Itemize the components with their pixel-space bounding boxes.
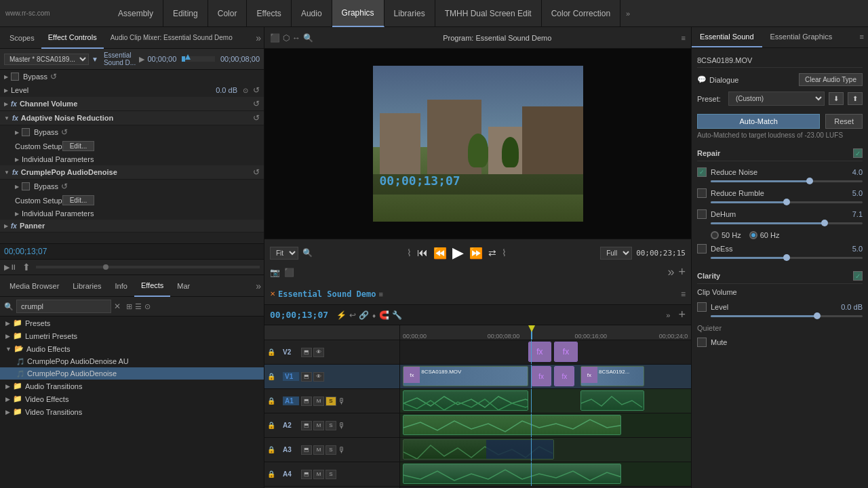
repair-checkbox[interactable]: ✓ xyxy=(853,148,863,158)
v1-clip-main[interactable]: fx 8CSA0189.MOV xyxy=(403,366,528,386)
v1-name[interactable]: V1 xyxy=(283,372,299,381)
tab-scopes[interactable]: Scopes xyxy=(3,27,41,49)
dialogue-btn[interactable]: 💬 Dialogue xyxy=(697,75,738,84)
program-menu-icon[interactable]: ≡ xyxy=(682,34,686,42)
timeline-menu-icon[interactable]: ✕ xyxy=(270,290,275,298)
level-dial[interactable]: ⊙ xyxy=(243,87,248,94)
dehum-checkbox[interactable] xyxy=(697,209,707,219)
search-clear-btn[interactable]: ✕ xyxy=(114,302,121,311)
grid-view-btn[interactable]: ⊞ xyxy=(126,302,132,311)
ec-adaptive-noise[interactable]: ▼ fx Adaptive Noise Reduction ↺ xyxy=(0,111,264,125)
ec-individual-params[interactable]: ▶ Individual Parameters xyxy=(11,153,264,165)
v1-eye-btn[interactable]: 👁 xyxy=(313,372,324,382)
nav-tab-libraries[interactable]: Libraries xyxy=(384,0,435,27)
reset-bypass3[interactable]: ↺ xyxy=(61,182,68,191)
nav-tab-color[interactable]: Color xyxy=(208,0,248,27)
nav-tab-color-correction[interactable]: Color Correction xyxy=(542,0,620,27)
ec-custom-setup2[interactable]: Custom Setup Edit... xyxy=(11,193,264,207)
nav-more-btn[interactable]: » xyxy=(620,9,635,18)
play-fwd-btn[interactable]: ⏩ xyxy=(469,247,483,260)
play-btn[interactable]: ▶ xyxy=(139,55,144,64)
razor-icon[interactable]: ⬧ xyxy=(372,310,376,320)
ec-bypass2-row[interactable]: ▶ Bypass ↺ xyxy=(11,125,264,139)
bypass2-checkbox[interactable] xyxy=(22,128,30,136)
bottom-panel-more[interactable]: » xyxy=(256,281,261,291)
a3-solo-btn[interactable]: S xyxy=(326,445,336,455)
tree-video-transitions[interactable]: ▶ 📁 Video Transitions xyxy=(0,405,264,418)
tree-audio-effects[interactable]: ▼ 📂 Audio Effects xyxy=(0,342,264,355)
fit-select[interactable]: Fit xyxy=(270,247,298,260)
monitor-fit-icon[interactable]: ↔ xyxy=(292,33,300,43)
deess-slider-handle[interactable] xyxy=(783,254,790,261)
snap-icon[interactable]: 🧲 xyxy=(379,310,389,320)
monitor-tools-icon[interactable]: ⬛ xyxy=(270,33,280,43)
ec-panner[interactable]: ▶ fx Panner xyxy=(0,220,264,232)
icon-view-btn[interactable]: ⊙ xyxy=(144,302,151,311)
ec-crumplepop[interactable]: ▼ fx CrumplePop AudioDenoise ↺ xyxy=(0,165,264,180)
a4-solo-btn[interactable]: S xyxy=(326,470,336,479)
tab-essential-graphics[interactable]: Essential Graphics xyxy=(762,27,841,47)
a3-mute-btn[interactable]: M xyxy=(313,445,324,455)
a1-solo-btn[interactable]: S xyxy=(326,396,336,406)
tab-audio-clip-mixer[interactable]: Audio Clip Mixer: Essential Sound Demo xyxy=(104,27,239,49)
tree-crumplepop-au[interactable]: 🎵 CrumplePop AudioDenoise AU xyxy=(0,355,264,367)
mark-in-btn[interactable]: ⌇ xyxy=(407,247,412,258)
hz-60-option[interactable]: 60 Hz xyxy=(749,231,780,239)
step-back-btn[interactable]: ⏮ xyxy=(417,247,428,259)
master-dropdown[interactable]: Master * 8CSA0189... xyxy=(4,54,89,65)
dehum-slider-handle[interactable] xyxy=(821,220,828,226)
tab-info[interactable]: Info xyxy=(108,275,134,297)
a2-solo-btn[interactable]: S xyxy=(326,421,336,430)
camera-icon[interactable]: 📷 xyxy=(270,268,280,277)
nav-tab-editing[interactable]: Editing xyxy=(163,0,208,27)
tree-audio-transitions[interactable]: ▶ 📁 Audio Transitions xyxy=(0,380,264,392)
ec-custom-setup[interactable]: Custom Setup Edit... xyxy=(11,139,264,153)
level-checkbox[interactable] xyxy=(697,302,707,312)
timeline-add-btn[interactable]: + xyxy=(678,308,686,322)
a1-mute-btn[interactable]: M xyxy=(313,396,324,406)
nav-tab-tmhh[interactable]: TMHH Dual Screen Edit xyxy=(435,0,542,27)
a4-expand-btn[interactable]: ⬒ xyxy=(301,470,312,479)
tab-media-browser[interactable]: Media Browser xyxy=(3,275,66,297)
reset-crumplepop[interactable]: ↺ xyxy=(253,167,260,177)
zoom-icon[interactable]: 🔍 xyxy=(302,248,313,258)
v2-clip-2[interactable]: fx xyxy=(554,342,577,362)
a1-clip-main[interactable] xyxy=(403,390,528,411)
hz-50-option[interactable]: 50 Hz xyxy=(711,231,741,239)
a3-expand-btn[interactable]: ⬒ xyxy=(301,445,312,455)
v1-clip-second[interactable]: fx 8CSA0192... xyxy=(580,366,644,386)
undo-icon[interactable]: ↩ xyxy=(349,310,356,320)
tree-crumplepop[interactable]: 🎵 CrumplePop AudioDenoise xyxy=(0,367,264,380)
auto-match-btn[interactable]: Auto-Match xyxy=(697,114,820,129)
nav-tab-audio[interactable]: Audio xyxy=(292,0,332,27)
ec-channel-volume[interactable]: ▶ fx Channel Volume ↺ xyxy=(0,97,264,111)
ec-bypass-row[interactable]: ▶ Bypass ↺ xyxy=(0,70,264,83)
add-effect-btn[interactable]: ▶⏸ xyxy=(4,263,17,272)
tab-libraries[interactable]: Libraries xyxy=(66,275,108,297)
preset-download-btn[interactable]: ⬇ xyxy=(829,92,844,105)
timeline-title-menu[interactable]: ≡ xyxy=(379,290,383,298)
a2-expand-btn[interactable]: ⬒ xyxy=(301,421,312,430)
search-input[interactable] xyxy=(16,300,111,313)
a4-clip-main[interactable] xyxy=(403,464,621,484)
edit-btn2[interactable]: Edit... xyxy=(62,195,95,205)
preset-select[interactable]: (Custom) xyxy=(728,92,825,106)
wrench-icon[interactable]: 🔧 xyxy=(392,310,402,320)
deess-checkbox[interactable] xyxy=(697,244,707,253)
ec-level-row[interactable]: ▶ Level 0.0 dB ⊙ ↺ xyxy=(0,83,264,97)
mark-out-btn[interactable]: ⌇ xyxy=(502,247,507,258)
export-frame-icon[interactable]: ⬛ xyxy=(284,268,294,277)
link-icon[interactable]: 🔗 xyxy=(359,310,369,320)
monitor-arrows-icon[interactable]: ⬡ xyxy=(283,33,290,43)
list-view-btn[interactable]: ☰ xyxy=(135,302,142,311)
bypass3-checkbox[interactable] xyxy=(22,182,30,190)
clarity-checkbox[interactable]: ✓ xyxy=(853,271,863,281)
right-panel-menu-icon[interactable]: ≡ xyxy=(856,27,868,47)
a4-mute-btn[interactable]: M xyxy=(313,470,324,479)
mute-checkbox[interactable] xyxy=(697,338,707,347)
bypass-checkbox[interactable] xyxy=(11,73,19,81)
reduce-noise-checkbox[interactable]: ✓ xyxy=(697,167,707,177)
reset-level[interactable]: ↺ xyxy=(253,85,260,95)
tree-lumetri[interactable]: ▶ 📁 Lumetri Presets xyxy=(0,329,264,342)
reset-bypass2[interactable]: ↺ xyxy=(61,127,68,137)
